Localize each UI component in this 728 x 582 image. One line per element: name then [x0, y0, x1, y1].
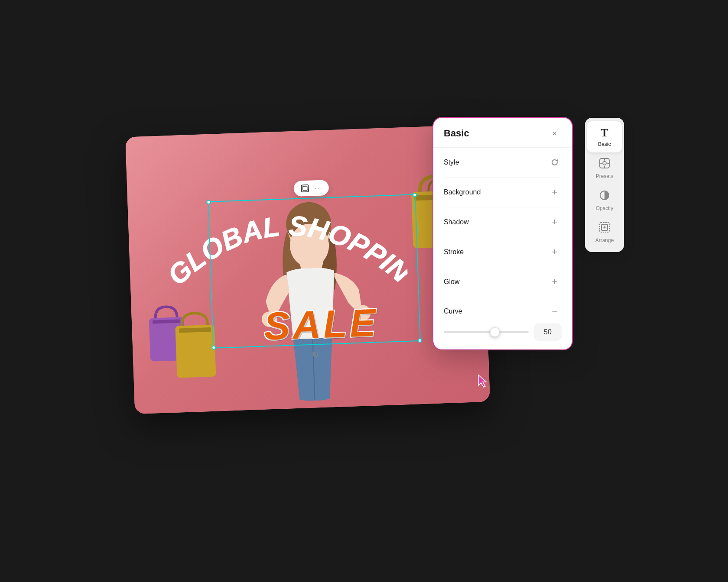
shadow-label: Shadow — [444, 218, 469, 226]
right-toolbar: T Basic Presets Opacity — [585, 118, 624, 252]
glow-label: Glow — [444, 278, 459, 286]
panel-header: Basic × — [433, 118, 572, 148]
curve-slider-container: 50 — [444, 323, 562, 341]
toolbar-item-opacity[interactable]: Opacity — [587, 184, 622, 217]
basic-label: Basic — [598, 141, 611, 147]
curve-slider-track[interactable] — [444, 331, 529, 333]
glow-row: Glow + — [444, 267, 562, 297]
background-add-button[interactable]: + — [548, 185, 562, 199]
scene: GLOBAL SHOPPIN SALE · — [104, 96, 624, 486]
curve-slider-fill — [444, 331, 495, 333]
style-row: Style — [444, 148, 562, 178]
stroke-row: Stroke + — [444, 237, 562, 267]
cursor-pointer — [477, 373, 490, 391]
selection-handle-br[interactable] — [418, 338, 422, 343]
panel-title: Basic — [444, 128, 469, 139]
svg-point-21 — [604, 226, 606, 229]
basic-panel: Basic × Style Background + — [433, 118, 572, 349]
curve-section: Curve − 50 — [433, 297, 572, 349]
panel-rows: Style Background + Shadow + Stroke — [433, 148, 572, 297]
basic-icon: T — [601, 126, 608, 139]
toolbar-item-presets[interactable]: Presets — [587, 152, 622, 184]
curve-slider-thumb[interactable] — [490, 327, 500, 337]
curved-shopping-text: GLOBAL SHOPPIN — [162, 171, 409, 309]
style-reset-button[interactable] — [548, 155, 562, 169]
svg-point-16 — [603, 162, 606, 165]
background-label: Background — [444, 188, 481, 196]
svg-text:GLOBAL SHOPPIN: GLOBAL SHOPPIN — [162, 206, 409, 297]
glow-add-button[interactable]: + — [548, 275, 562, 289]
curve-label: Curve — [444, 307, 462, 315]
shadow-add-button[interactable]: + — [548, 215, 562, 229]
curve-collapse-button[interactable]: − — [548, 304, 562, 318]
curve-value-display: 50 — [534, 323, 562, 341]
toolbar-item-arrange[interactable]: Arrange — [587, 217, 622, 249]
opacity-icon — [599, 190, 610, 204]
opacity-label: Opacity — [596, 205, 614, 211]
curve-row: Curve − — [444, 297, 562, 323]
svg-point-18 — [602, 193, 604, 194]
stroke-label: Stroke — [444, 248, 464, 256]
presets-icon — [599, 158, 610, 171]
presets-label: Presets — [596, 173, 614, 179]
toolbar-item-basic[interactable]: T Basic — [587, 121, 622, 152]
shadow-row: Shadow + — [444, 207, 562, 237]
arrange-label: Arrange — [595, 237, 614, 243]
sale-text: SALE — [263, 300, 379, 349]
panel-close-button[interactable]: × — [548, 126, 562, 140]
style-label: Style — [444, 158, 459, 166]
background-row: Background + — [444, 178, 562, 207]
arrange-icon — [599, 222, 610, 236]
stroke-add-button[interactable]: + — [548, 245, 562, 259]
